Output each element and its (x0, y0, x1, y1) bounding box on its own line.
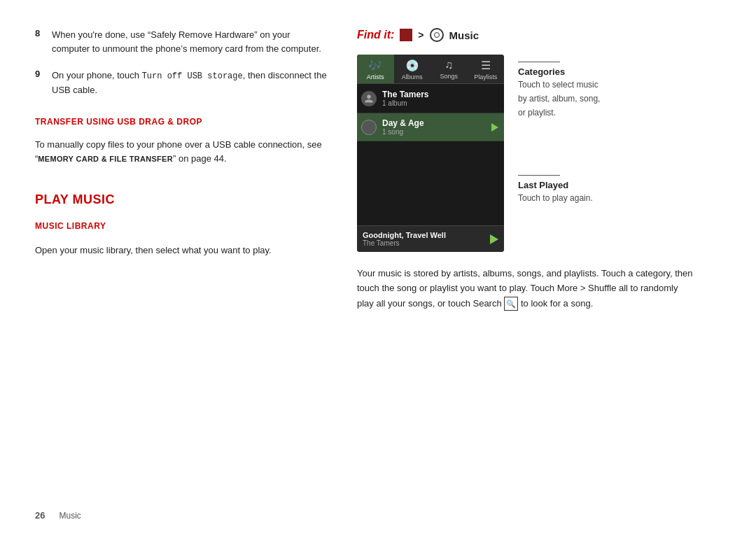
step-8-text: When you're done, use “Safely Remove Har… (52, 28, 329, 56)
transfer-heading: Transfer Using USB Drag & Drop (35, 117, 329, 127)
song-name: Day & Age (382, 118, 486, 128)
artists-icon: 🎶 (368, 59, 382, 72)
step-9: 9 On your phone, touch Turn off USB stor… (35, 69, 329, 97)
transfer-bold: Memory Card & File Transfer (38, 155, 173, 163)
tab-songs-label: Songs (440, 73, 458, 80)
now-playing-title: Goodnight, Travel Well (363, 231, 484, 239)
find-it-square-icon (400, 29, 412, 41)
find-it-music-text: Music (449, 29, 479, 41)
categories-label: Categories (518, 66, 600, 77)
transfer-text-after: ” on page 44. (173, 153, 227, 164)
songs-icon: ♫ (444, 59, 453, 71)
now-playing-artist: The Tamers (363, 239, 484, 247)
callout-line-last-played (518, 175, 560, 176)
tab-playlists[interactable]: ☰ Playlists (468, 55, 505, 83)
tab-songs[interactable]: ♫ Songs (430, 55, 468, 83)
music-library-heading: Music Library (35, 221, 329, 231)
song-play-icon[interactable] (491, 123, 498, 132)
description-end: to look for a song. (521, 298, 593, 309)
find-it-arrow-icon: > (418, 29, 424, 41)
tab-albums-label: Albums (402, 73, 423, 80)
artist-row[interactable]: The Tamers 1 album (357, 84, 504, 113)
step-9-text: On your phone, touch Turn off USB storag… (52, 69, 329, 97)
phone-screen: 🎶 Artists 💿 Albums ♫ Songs ☰ Playlists (357, 55, 504, 252)
left-column: 8 When you're done, use “Safely Remove H… (35, 28, 329, 515)
categories-desc-line1: Touch to select music (518, 78, 600, 91)
find-it-target-icon (430, 28, 444, 42)
page: 8 When you're done, use “Safely Remove H… (0, 0, 756, 536)
artist-name: The Tamers (382, 90, 498, 99)
song-info: Day & Age 1 song (382, 118, 486, 136)
now-playing-bar[interactable]: Goodnight, Travel Well The Tamers (357, 225, 504, 252)
last-played-desc: Touch to play again. (518, 192, 600, 204)
page-number: 26 (35, 510, 45, 521)
search-icon: 🔍 (504, 297, 518, 311)
play-music-heading: Play Music (35, 192, 329, 207)
transfer-text: To manually copy files to your phone ove… (35, 138, 329, 166)
artist-avatar (361, 91, 377, 106)
step-9-monospace: Turn off USB storage (142, 71, 243, 81)
song-row[interactable]: Day & Age 1 song (357, 113, 504, 141)
artist-sub: 1 album (382, 99, 498, 107)
step-9-number: 9 (35, 69, 46, 97)
playlists-icon: ☰ (481, 59, 491, 72)
categories-desc-line2: by artist, album, song, (518, 92, 600, 105)
phone-area: 🎶 Artists 💿 Albums ♫ Songs ☰ Playlists (357, 55, 721, 252)
step-8-number: 8 (35, 28, 46, 56)
tab-artists-label: Artists (367, 73, 384, 80)
find-it-bar: Find it: > Music (357, 28, 721, 42)
tab-albums[interactable]: 💿 Albums (394, 55, 431, 83)
now-playing-info: Goodnight, Travel Well The Tamers (363, 231, 484, 247)
right-column: Find it: > Music 🎶 Artists 💿 Albums (357, 28, 721, 515)
footer-label: Music (59, 511, 80, 521)
tab-artists[interactable]: 🎶 Artists (357, 55, 394, 83)
last-played-label: Last Played (518, 180, 600, 190)
tab-bar: 🎶 Artists 💿 Albums ♫ Songs ☰ Playlists (357, 55, 504, 84)
music-library-text: Open your music library, then select wha… (35, 244, 329, 258)
description-text: Your music is stored by artists, albums,… (357, 266, 693, 311)
find-it-label: Find it: (357, 29, 394, 41)
step-9-text-before: On your phone, touch (52, 70, 142, 80)
page-footer: 26 Music (35, 510, 81, 521)
categories-desc-line3: or playlist. (518, 106, 600, 119)
albums-icon: 💿 (405, 59, 419, 72)
callout-line-categories (518, 62, 560, 62)
phone-empty-area (357, 141, 504, 225)
song-album-art (361, 120, 377, 135)
callout-last-played: Last Played Touch to play again. (518, 175, 600, 204)
callout-area: Categories Touch to select music by arti… (518, 55, 600, 218)
step-8: 8 When you're done, use “Safely Remove H… (35, 28, 329, 56)
tab-playlists-label: Playlists (474, 73, 497, 80)
now-playing-play-icon[interactable] (490, 234, 498, 244)
artist-info: The Tamers 1 album (382, 90, 498, 107)
callout-categories: Categories Touch to select music by arti… (518, 62, 600, 119)
song-sub: 1 song (382, 128, 486, 136)
